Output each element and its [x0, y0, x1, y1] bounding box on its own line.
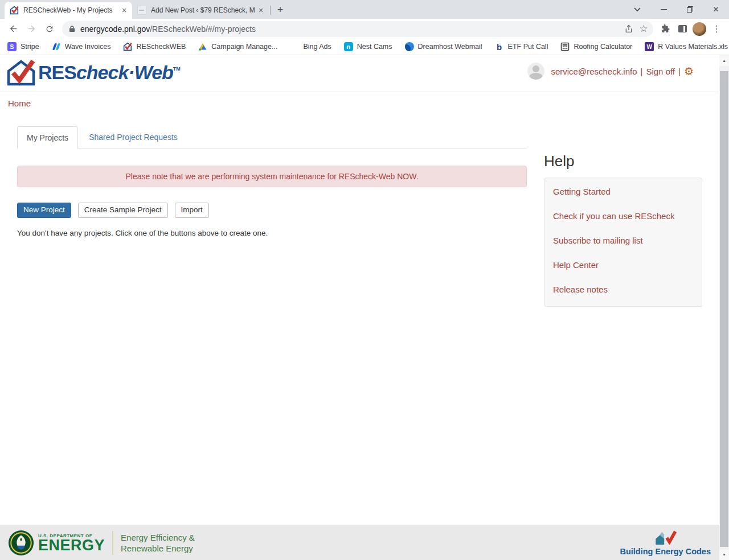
content-tabs: My Projects Shared Project Requests	[17, 126, 527, 149]
toolbar-right: ⋮	[657, 21, 725, 37]
site-header: REScheck·WebTM service@rescheck.info | S…	[0, 55, 729, 92]
bookmark-stripe[interactable]: S Stripe	[7, 42, 39, 51]
bookmark-label: REScheckWEB	[136, 43, 186, 51]
import-button[interactable]: Import	[175, 203, 209, 218]
doe-energy-label: ENERGY	[38, 538, 105, 552]
side-panel-glyph	[678, 25, 687, 32]
page-scrollbar[interactable]: ▲ ▼	[719, 55, 729, 560]
close-window-button[interactable]: ✕	[703, 0, 729, 19]
restore-button[interactable]	[677, 0, 703, 19]
sign-off-link[interactable]: Sign off	[646, 67, 675, 76]
rescheck-web-logo[interactable]: REScheck·WebTM	[6, 59, 181, 86]
word-doc-icon: W	[645, 42, 654, 51]
restore-icon	[687, 6, 693, 13]
help-links-box: Getting Started Check if you can use RES…	[544, 178, 702, 307]
overflow-menu-icon[interactable]: ⋮	[708, 21, 724, 37]
address-bar[interactable]: energycode.pnl.gov/REScheckWeb/#/my-proj…	[62, 21, 653, 37]
user-email: service@rescheck.info	[551, 67, 637, 76]
rescheck-house-logo-icon	[6, 59, 36, 86]
scrollbar-thumb[interactable]	[720, 71, 728, 547]
etf-icon: b	[495, 42, 504, 51]
back-button[interactable]	[5, 21, 21, 37]
eere-label: Energy Efficiency & Renewable Energy	[121, 532, 195, 554]
help-link-subscribe[interactable]: Subscribe to mailing list	[553, 236, 693, 245]
bookmark-r-values[interactable]: W R Values Materials.xls	[645, 42, 728, 51]
profile-avatar[interactable]	[691, 21, 707, 37]
bookmark-nest-cams[interactable]: n Nest Cams	[344, 42, 392, 51]
bookmark-wave-invoices[interactable]: Wave Invoices	[52, 42, 111, 51]
bookmarks-bar: S Stripe Wave Invoices REScheckWEB Campa…	[0, 39, 729, 55]
bookmark-rescheckweb[interactable]: REScheckWEB	[123, 42, 186, 51]
doe-seal-icon	[8, 530, 34, 556]
url-text: energycode.pnl.gov/REScheckWeb/#/my-proj…	[80, 24, 621, 34]
browser-tab-inactive[interactable]: Add New Post ‹ $79 REScheck, M ✕	[132, 2, 269, 19]
minimize-button[interactable]	[650, 0, 677, 19]
new-project-button[interactable]: New Project	[17, 203, 71, 218]
window-controls: ✕	[624, 0, 729, 19]
bookmark-etf-put-call[interactable]: b ETF Put Call	[495, 42, 548, 51]
wave-icon	[52, 42, 61, 51]
maintenance-alert: Please note that we are performing syste…	[17, 166, 527, 187]
help-link-help-center[interactable]: Help Center	[553, 260, 693, 270]
bookmark-roofing-calculator[interactable]: Roofing Calculator	[560, 42, 632, 51]
user-avatar	[527, 63, 544, 80]
bookmark-campaign-manager[interactable]: Campaign Manage...	[198, 42, 277, 51]
doe-text: U.S. DEPARTMENT OF ENERGY	[38, 533, 105, 552]
separator: |	[678, 67, 681, 76]
page-content: REScheck·WebTM service@rescheck.info | S…	[0, 55, 729, 560]
empty-projects-message: You don't have any projects. Click one o…	[17, 229, 527, 237]
page-favicon-icon	[137, 6, 146, 15]
main-column: My Projects Shared Project Requests Plea…	[17, 126, 527, 237]
url-domain: energycode.pnl.gov	[80, 24, 150, 34]
stripe-icon: S	[7, 42, 17, 51]
google-ads-icon	[198, 42, 207, 51]
doe-logo[interactable]: U.S. DEPARTMENT OF ENERGY	[8, 530, 105, 556]
footer-divider	[112, 531, 113, 555]
side-panel-icon[interactable]	[674, 21, 690, 37]
browser-tab-active[interactable]: RESCheckWeb - My Projects ✕	[5, 2, 132, 19]
bookmark-label: Wave Invoices	[65, 43, 111, 51]
extensions-puzzle-icon[interactable]	[657, 21, 673, 37]
user-area: service@rescheck.info | Sign off | ⚙	[527, 63, 694, 80]
minimize-icon	[661, 9, 667, 10]
help-link-getting-started[interactable]: Getting Started	[553, 187, 693, 196]
browser-tab-title: Add New Post ‹ $79 REScheck, M	[151, 6, 256, 14]
building-energy-codes-logo[interactable]: Building Energy Codes	[620, 530, 711, 556]
rescheck-favicon-icon	[10, 6, 19, 15]
page-footer: U.S. DEPARTMENT OF ENERGY Energy Efficie…	[0, 525, 729, 560]
bookmark-dreamhost-webmail[interactable]: Dreamhost Webmail	[405, 42, 482, 51]
microsoft-grid-icon	[290, 42, 299, 51]
avatar-photo	[693, 22, 706, 36]
new-tab-button[interactable]: +	[273, 2, 288, 17]
help-link-release-notes[interactable]: Release notes	[553, 285, 693, 294]
bookmark-label: Nest Cams	[357, 43, 392, 51]
logo-web: ·Web	[128, 61, 173, 83]
close-icon[interactable]: ✕	[256, 6, 265, 15]
help-title: Help	[544, 153, 702, 170]
browser-tab-strip: RESCheckWeb - My Projects ✕ Add New Post…	[0, 0, 729, 19]
bookmark-star-icon[interactable]: ☆	[636, 22, 651, 36]
help-panel: Help Getting Started Check if you can us…	[544, 153, 702, 307]
gear-icon[interactable]: ⚙	[684, 66, 694, 77]
tab-my-projects[interactable]: My Projects	[17, 126, 78, 149]
bookmark-label: Bing Ads	[303, 43, 331, 51]
reload-button[interactable]	[42, 21, 58, 37]
forward-button[interactable]	[23, 21, 39, 37]
help-link-check-use[interactable]: Check if you can use REScheck	[553, 211, 693, 221]
bookmark-bing-ads[interactable]: Bing Ads	[290, 42, 331, 51]
create-sample-project-button[interactable]: Create Sample Project	[78, 203, 168, 218]
tab-shared-project-requests[interactable]: Shared Project Requests	[80, 126, 187, 149]
scroll-down-icon[interactable]: ▼	[719, 549, 729, 560]
share-icon[interactable]	[621, 22, 636, 36]
separator: |	[641, 67, 643, 76]
tab-search-icon[interactable]	[624, 0, 650, 19]
close-icon[interactable]: ✕	[120, 6, 129, 15]
calculator-icon	[560, 42, 570, 51]
bookmark-label: Stripe	[21, 43, 39, 51]
scroll-up-icon[interactable]: ▲	[719, 55, 729, 66]
lock-icon	[69, 25, 75, 32]
breadcrumb-home-link[interactable]: Home	[8, 98, 729, 108]
logo-tm: TM	[173, 66, 181, 72]
logo-text: REScheck·WebTM	[38, 61, 181, 84]
bec-label: Building Energy Codes	[620, 547, 711, 556]
